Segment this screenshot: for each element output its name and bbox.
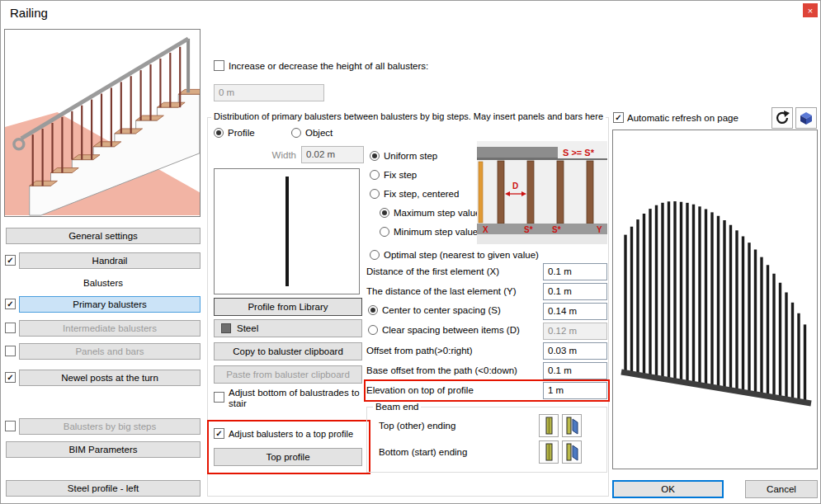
stair-preview-image — [4, 29, 201, 217]
copy-baluster-clipboard-label: Copy to baluster clipboard — [233, 346, 343, 356]
panels-and-bars-label: Panels and bars — [75, 346, 144, 356]
increase-height-checkbox[interactable] — [214, 60, 224, 71]
handrail-button[interactable]: Handrail — [19, 252, 201, 269]
primary-balusters-button[interactable]: Primary balusters — [19, 296, 201, 313]
center-spacing-field[interactable]: 0.14 m — [543, 303, 607, 320]
elevation-top-profile-field[interactable]: 1 m — [543, 382, 607, 399]
adjust-bottom-checkbox[interactable] — [214, 392, 224, 403]
ok-button[interactable]: OK — [612, 480, 724, 498]
uniform-step-radio[interactable] — [370, 151, 380, 161]
maximum-step-radio[interactable] — [380, 208, 389, 218]
beam-straight-ending-icon — [542, 443, 555, 461]
distribution-group-title: Distribution of primary balusters betwee… — [211, 111, 606, 121]
fix-step-centered-label: Fix step, centered — [384, 188, 459, 200]
fix-step-radio[interactable] — [370, 170, 380, 180]
object-radio[interactable] — [291, 128, 301, 138]
paste-baluster-clipboard-label: Paste from baluster clipboard — [226, 370, 350, 379]
width-field[interactable]: 0.02 m — [301, 146, 364, 163]
baluster-profile-preview — [214, 168, 360, 294]
profile-from-library-button[interactable]: Profile from Library — [214, 298, 362, 316]
steel-swatch-icon — [221, 323, 231, 333]
top-ending-mitered-button[interactable] — [562, 414, 582, 437]
window-title: Railing — [10, 6, 48, 20]
diagram-s2-label: S* — [552, 225, 561, 234]
fix-step-centered-radio[interactable] — [370, 189, 380, 199]
primary-balusters-checkbox[interactable]: ✓ — [5, 299, 16, 309]
intermediate-balusters-checkbox[interactable] — [5, 323, 16, 333]
minimum-step-label: Minimum step value — [394, 226, 478, 238]
top-ending-straight-button[interactable] — [539, 414, 559, 437]
last-element-distance-field[interactable]: 0.1 m — [543, 283, 607, 300]
balusters-big-steps-checkbox[interactable] — [5, 421, 16, 431]
balusters-section-header: Balusters — [1, 277, 205, 289]
maximum-step-label: Maximum step value — [394, 207, 480, 219]
first-element-distance-field[interactable]: 0.1 m — [543, 263, 607, 280]
cancel-label: Cancel — [767, 484, 796, 494]
beam-mitered-ending-icon — [565, 443, 578, 461]
intermediate-balusters-button[interactable]: Intermediate balusters — [19, 320, 201, 337]
last-element-distance-label: The distance of the last element (Y) — [366, 285, 517, 297]
profile-radio[interactable] — [214, 128, 224, 138]
top-profile-button[interactable]: Top profile — [214, 448, 362, 466]
ok-label: OK — [661, 484, 675, 494]
height-adjust-field[interactable]: 0 m — [214, 84, 324, 101]
base-offset-label: Base offset from the path (<0:down) — [366, 365, 517, 376]
bottom-ending-straight-button[interactable] — [539, 440, 559, 464]
handrail-checkbox[interactable]: ✓ — [5, 255, 16, 266]
minimum-step-radio[interactable] — [380, 227, 389, 237]
railing-dialog: Railing × General settings ✓ Handrail — [0, 0, 821, 504]
newel-posts-label: Newel posts at the turn — [61, 373, 158, 383]
top-ending-label: Top (other) ending — [379, 420, 455, 431]
first-element-distance-label: Distance of the first element (X) — [366, 266, 499, 277]
titlebar: Railing × — [1, 1, 820, 24]
base-offset-field[interactable]: 0.1 m — [543, 362, 607, 379]
panels-and-bars-checkbox[interactable] — [5, 346, 16, 356]
beam-straight-ending-icon — [542, 417, 555, 435]
diagram-x-label: X — [483, 225, 488, 234]
diagram-y-label: Y — [597, 225, 602, 234]
steel-profile-left-button[interactable]: Steel profile - left — [6, 480, 201, 497]
bottom-ending-mitered-button[interactable] — [562, 440, 582, 464]
newel-posts-button[interactable]: Newel posts at the turn — [19, 370, 201, 386]
offset-from-path-field[interactable]: 0.03 m — [543, 342, 607, 360]
steel-material-button[interactable]: Steel — [214, 319, 362, 337]
adjust-top-profile-checkbox[interactable]: ✓ — [214, 428, 224, 439]
adjust-top-profile-label: Adjust balusters to a top profile — [229, 428, 353, 440]
paste-baluster-clipboard-button[interactable]: Paste from baluster clipboard — [214, 365, 362, 384]
profile-from-library-label: Profile from Library — [248, 302, 328, 312]
bim-parameters-button[interactable]: BIM Parameters — [6, 441, 201, 458]
uniform-step-label: Uniform step — [384, 150, 437, 162]
optimal-step-radio[interactable] — [370, 250, 380, 260]
balusters-big-steps-button[interactable]: Balusters by big steps — [19, 418, 201, 435]
refresh-icon — [774, 110, 790, 126]
panels-and-bars-button[interactable]: Panels and bars — [19, 343, 201, 360]
clear-spacing-label: Clear spacing between items (D) — [382, 324, 520, 336]
copy-baluster-clipboard-button[interactable]: Copy to baluster clipboard — [214, 342, 362, 360]
profile-radio-label: Profile — [228, 127, 255, 139]
railing-drawing — [613, 130, 817, 469]
refresh-button[interactable] — [771, 107, 793, 129]
object-radio-label: Object — [305, 127, 333, 139]
clear-spacing-radio[interactable] — [368, 325, 378, 335]
offset-from-path-label: Offset from path(>0:right) — [366, 345, 473, 356]
stair-drawing — [5, 30, 200, 216]
beam-mitered-ending-icon — [565, 417, 578, 435]
adjust-bottom-label: Adjust bottom of balustrades to stair — [229, 388, 362, 409]
blue-material-icon — [798, 110, 814, 126]
fix-step-label: Fix step — [384, 169, 417, 181]
diagram-rule-label: S >= S* — [563, 148, 595, 158]
baluster-profile-shape — [285, 177, 289, 286]
width-label: Width — [248, 149, 296, 161]
balusters-big-steps-label: Balusters by big steps — [64, 422, 157, 431]
diagram-d-label: D — [512, 181, 518, 191]
auto-refresh-checkbox[interactable]: ✓ — [613, 112, 624, 123]
close-button[interactable]: × — [803, 3, 818, 17]
general-settings-label: General settings — [68, 231, 138, 241]
newel-posts-checkbox[interactable]: ✓ — [5, 372, 16, 383]
material-view-button[interactable] — [795, 107, 817, 129]
general-settings-button[interactable]: General settings — [6, 228, 201, 244]
steel-material-label: Steel — [237, 323, 258, 333]
cancel-button[interactable]: Cancel — [745, 480, 818, 498]
center-spacing-radio[interactable] — [368, 305, 378, 315]
clear-spacing-field[interactable]: 0.12 m — [543, 323, 607, 340]
